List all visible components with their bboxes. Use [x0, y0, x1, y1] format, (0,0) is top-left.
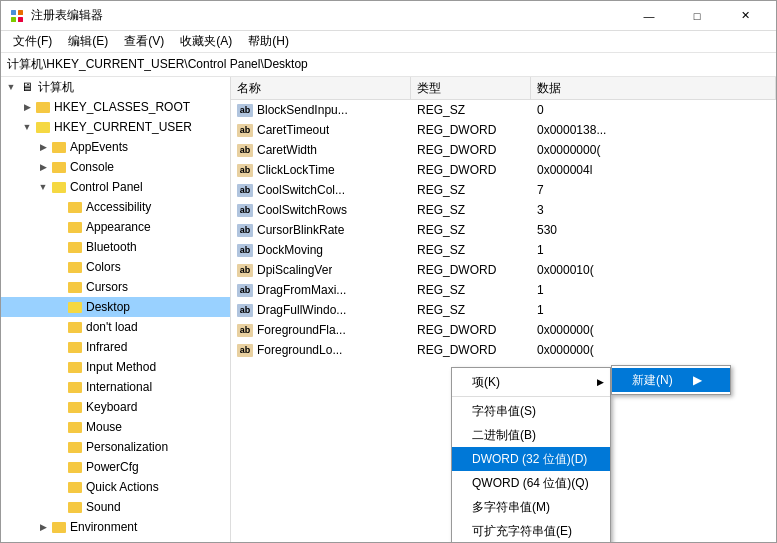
reg-icon: ab — [237, 244, 253, 257]
cell-name-text: DockMoving — [257, 243, 323, 257]
table-row[interactable]: abForegroundFla...REG_DWORD0x000000( — [231, 320, 776, 340]
table-row[interactable]: abCursorBlinkRateREG_SZ530 — [231, 220, 776, 240]
tree-node-hkcu[interactable]: ▼ HKEY_CURRENT_USER — [1, 117, 230, 137]
tree-node-cursors[interactable]: Cursors — [1, 277, 230, 297]
expander-console[interactable]: ▶ — [35, 159, 51, 175]
tree-panel[interactable]: ▼ 计算机 ▶ HKEY_CLASSES_ROOT ▼ HKEY_CURRENT… — [1, 77, 231, 542]
ctx-item-string[interactable]: 字符串值(S) — [452, 399, 610, 423]
tree-node-environment[interactable]: ▶ Environment — [1, 517, 230, 537]
tree-label-sound: Sound — [86, 500, 121, 514]
submenu-item-new[interactable]: 新建(N) ▶ — [612, 368, 730, 392]
tree-node-appevents[interactable]: ▶ AppEvents — [1, 137, 230, 157]
table-row[interactable]: abCaretWidthREG_DWORD0x0000000( — [231, 140, 776, 160]
cell-name: abClickLockTime — [231, 160, 411, 180]
expander-computer[interactable]: ▼ — [3, 79, 19, 95]
expander-international[interactable] — [51, 379, 67, 395]
menu-help[interactable]: 帮助(H) — [240, 31, 297, 53]
tree-node-keyboard[interactable]: Keyboard — [1, 397, 230, 417]
expander-controlpanel[interactable]: ▼ — [35, 179, 51, 195]
expander-sound[interactable] — [51, 499, 67, 515]
tree-label-computer: 计算机 — [38, 79, 74, 96]
tree-node-personalization[interactable]: Personalization — [1, 437, 230, 457]
cell-name: abCursorBlinkRate — [231, 220, 411, 240]
expander-mouse[interactable] — [51, 419, 67, 435]
expander-hkcr[interactable]: ▶ — [19, 99, 35, 115]
expander-keyboard[interactable] — [51, 399, 67, 415]
tree-node-appearance[interactable]: Appearance — [1, 217, 230, 237]
tree-node-colors[interactable]: Colors — [1, 257, 230, 277]
tree-node-mouse[interactable]: Mouse — [1, 417, 230, 437]
table-row[interactable]: abDpiScalingVerREG_DWORD0x000010( — [231, 260, 776, 280]
tree-label-dontload: don't load — [86, 320, 138, 334]
tree-node-hkcr[interactable]: ▶ HKEY_CLASSES_ROOT — [1, 97, 230, 117]
table-row[interactable]: abDockMovingREG_SZ1 — [231, 240, 776, 260]
table-row[interactable]: abCoolSwitchCol...REG_SZ7 — [231, 180, 776, 200]
ctx-item-expandstring[interactable]: 可扩充字符串值(E) — [452, 519, 610, 542]
tree-node-console[interactable]: ▶ Console — [1, 157, 230, 177]
cell-type: REG_DWORD — [411, 260, 531, 280]
cell-name: abCoolSwitchRows — [231, 200, 411, 220]
ctx-item-binary[interactable]: 二进制值(B) — [452, 423, 610, 447]
folder-icon-inputmethod — [67, 359, 83, 375]
menu-favorites[interactable]: 收藏夹(A) — [172, 31, 240, 53]
tree-node-international[interactable]: International — [1, 377, 230, 397]
tree-node-bluetooth[interactable]: Bluetooth — [1, 237, 230, 257]
tree-node-computer[interactable]: ▼ 计算机 — [1, 77, 230, 97]
expander-hkcu[interactable]: ▼ — [19, 119, 35, 135]
expander-infrared[interactable] — [51, 339, 67, 355]
maximize-button[interactable]: □ — [674, 1, 720, 31]
tree-node-desktop[interactable]: Desktop — [1, 297, 230, 317]
menu-edit[interactable]: 编辑(E) — [60, 31, 116, 53]
tree-label-keyboard: Keyboard — [86, 400, 137, 414]
close-button[interactable]: ✕ — [722, 1, 768, 31]
tree-node-powercfg[interactable]: PowerCfg — [1, 457, 230, 477]
folder-icon-accessibility — [67, 199, 83, 215]
expander-inputmethod[interactable] — [51, 359, 67, 375]
ctx-item-dword[interactable]: DWORD (32 位值)(D) — [452, 447, 610, 471]
tree-node-accessibility[interactable]: Accessibility — [1, 197, 230, 217]
tree-label-mouse: Mouse — [86, 420, 122, 434]
expander-colors[interactable] — [51, 259, 67, 275]
menu-file[interactable]: 文件(F) — [5, 31, 60, 53]
tree-node-dontload[interactable]: don't load — [1, 317, 230, 337]
context-menu: 项(K) 字符串值(S) 二进制值(B) DWORD (32 位值)(D) QW… — [451, 367, 611, 542]
table-row[interactable]: abDragFromMaxi...REG_SZ1 — [231, 280, 776, 300]
tree-node-sound[interactable]: Sound — [1, 497, 230, 517]
folder-icon-mouse — [67, 419, 83, 435]
expander-desktop[interactable] — [51, 299, 67, 315]
expander-cursors[interactable] — [51, 279, 67, 295]
ctx-item-xiang[interactable]: 项(K) — [452, 370, 610, 394]
expander-quickactions[interactable] — [51, 479, 67, 495]
table-row[interactable]: abCoolSwitchRowsREG_SZ3 — [231, 200, 776, 220]
folder-icon-console — [51, 159, 67, 175]
ctx-item-qword[interactable]: QWORD (64 位值)(Q) — [452, 471, 610, 495]
cell-data: 1 — [531, 300, 776, 320]
tree-node-quickactions[interactable]: Quick Actions — [1, 477, 230, 497]
tree-node-controlpanel[interactable]: ▼ Control Panel — [1, 177, 230, 197]
cell-type: REG_DWORD — [411, 120, 531, 140]
table-row[interactable]: abForegroundLo...REG_DWORD0x000000( — [231, 340, 776, 360]
cell-name-text: DragFullWindo... — [257, 303, 346, 317]
expander-personalization[interactable] — [51, 439, 67, 455]
expander-powercfg[interactable] — [51, 459, 67, 475]
cell-type: REG_DWORD — [411, 140, 531, 160]
cell-data: 0x000010( — [531, 260, 776, 280]
expander-accessibility[interactable] — [51, 199, 67, 215]
expander-appearance[interactable] — [51, 219, 67, 235]
cell-data: 7 — [531, 180, 776, 200]
minimize-button[interactable]: — — [626, 1, 672, 31]
table-row[interactable]: abDragFullWindo...REG_SZ1 — [231, 300, 776, 320]
tree-node-infrared[interactable]: Infrared — [1, 337, 230, 357]
cell-type: REG_DWORD — [411, 320, 531, 340]
table-row[interactable]: abCaretTimeoutREG_DWORD0x0000138... — [231, 120, 776, 140]
expander-appevents[interactable]: ▶ — [35, 139, 51, 155]
ctx-item-multistring[interactable]: 多字符串值(M) — [452, 495, 610, 519]
tree-node-inputmethod[interactable]: Input Method — [1, 357, 230, 377]
table-row[interactable]: abBlockSendInpu...REG_SZ0 — [231, 100, 776, 120]
expander-dontload[interactable] — [51, 319, 67, 335]
column-headers: 名称 类型 数据 — [231, 77, 776, 100]
table-row[interactable]: abClickLockTimeREG_DWORD0x000004l — [231, 160, 776, 180]
expander-environment[interactable]: ▶ — [35, 519, 51, 535]
menu-view[interactable]: 查看(V) — [116, 31, 172, 53]
expander-bluetooth[interactable] — [51, 239, 67, 255]
